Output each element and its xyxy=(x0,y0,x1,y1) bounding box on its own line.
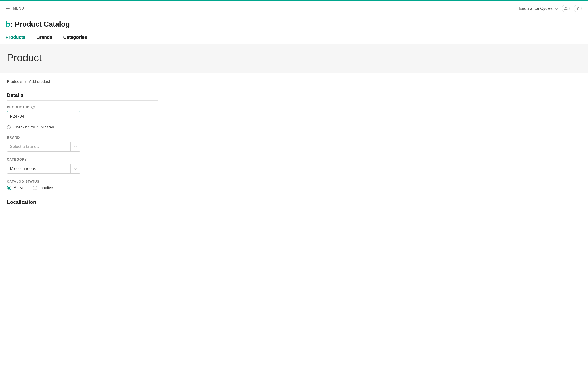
section-divider xyxy=(7,100,158,101)
spinner-icon xyxy=(7,125,10,129)
topbar: MENU Endurance Cycles ? xyxy=(0,1,588,16)
page-title: Product Catalog xyxy=(15,20,70,28)
duplicate-check-status: Checking for duplicates… xyxy=(7,125,158,130)
radio-active[interactable]: Active xyxy=(7,186,24,190)
status-text: Checking for duplicates… xyxy=(13,125,58,130)
category-select[interactable]: Miscellaneous xyxy=(7,164,80,174)
details-section: Details PRODUCT ID i Checking for duplic… xyxy=(7,92,158,205)
localization-heading: Localization xyxy=(7,199,158,205)
radio-inactive[interactable]: Inactive xyxy=(33,186,53,190)
product-id-label: PRODUCT ID i xyxy=(7,105,158,109)
info-icon[interactable]: i xyxy=(32,106,35,109)
tenant-name: Endurance Cycles xyxy=(519,6,553,11)
hamburger-icon xyxy=(6,7,10,10)
breadcrumb-current: Add product xyxy=(29,79,50,84)
category-label: CATEGORY xyxy=(7,158,158,161)
radio-icon xyxy=(33,186,37,190)
primary-tabs: Products Brands Categories xyxy=(0,29,588,44)
chevron-down-icon xyxy=(555,6,558,10)
breadcrumb: Products / Add product xyxy=(7,79,581,84)
menu-toggle[interactable]: MENU xyxy=(6,6,24,10)
product-id-label-text: PRODUCT ID xyxy=(7,105,30,109)
radio-icon xyxy=(7,186,11,190)
app-logo: b: xyxy=(6,20,12,29)
subheader-title: Product xyxy=(7,52,581,64)
content-area: Products / Add product Details PRODUCT I… xyxy=(0,73,588,214)
brand-label: BRAND xyxy=(7,135,158,139)
tenant-switcher[interactable]: Endurance Cycles xyxy=(519,6,558,11)
radio-inactive-label: Inactive xyxy=(40,186,53,190)
product-id-input[interactable] xyxy=(7,111,80,121)
breadcrumb-separator: / xyxy=(25,79,26,84)
page-title-row: b: Product Catalog xyxy=(0,16,588,29)
tab-categories[interactable]: Categories xyxy=(63,35,87,44)
help-button[interactable]: ? xyxy=(574,5,582,12)
details-heading: Details xyxy=(7,92,158,98)
tab-brands[interactable]: Brands xyxy=(36,35,52,44)
user-menu-button[interactable] xyxy=(562,5,570,12)
radio-active-label: Active xyxy=(14,186,24,190)
breadcrumb-root[interactable]: Products xyxy=(7,79,22,84)
catalog-status-label: CATALOG STATUS xyxy=(7,180,158,183)
user-icon xyxy=(564,6,568,10)
catalog-status-radio-group: Active Inactive xyxy=(7,186,158,190)
menu-label: MENU xyxy=(13,6,24,10)
subheader: Product xyxy=(0,44,588,73)
tab-products[interactable]: Products xyxy=(6,35,26,44)
brand-select[interactable]: Select a brand… xyxy=(7,142,80,152)
question-icon: ? xyxy=(577,6,579,11)
